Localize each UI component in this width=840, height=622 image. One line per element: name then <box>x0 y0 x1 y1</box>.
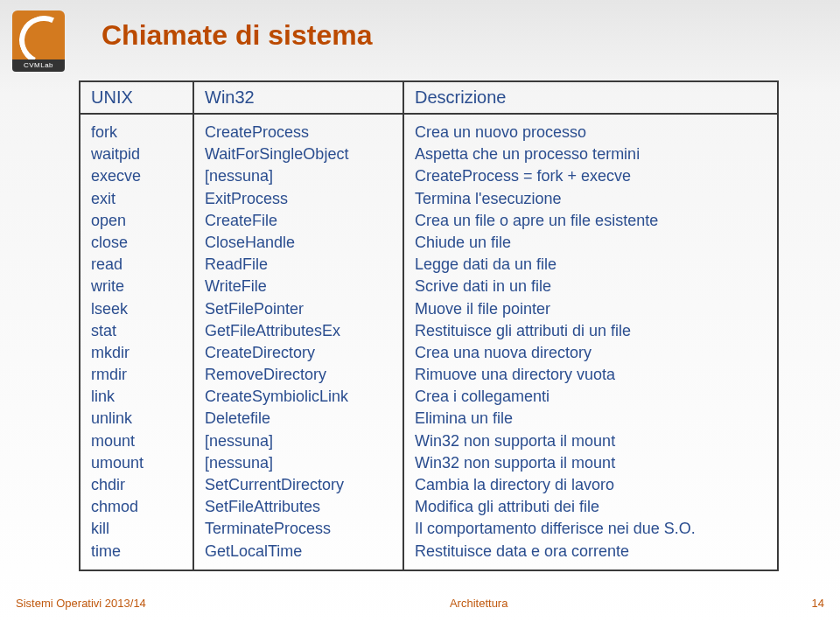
table-cell: chdir <box>91 474 182 496</box>
table-cell: exit <box>91 188 182 210</box>
col-unix: forkwaitpidexecveexitopenclosereadwritel… <box>80 115 194 570</box>
table-cell: SetFilePointer <box>205 298 392 320</box>
table-cell: RemoveDirectory <box>205 364 392 386</box>
table-cell: ReadFile <box>205 254 392 276</box>
table-cell: CreateSymbiolicLink <box>205 386 392 408</box>
table-cell: Crea i collegamenti <box>415 386 766 408</box>
table-cell: umount <box>91 452 182 474</box>
table-cell: CreateDirectory <box>205 342 392 364</box>
table-cell: Termina l'esecuzione <box>415 188 766 210</box>
table-cell: CreateProcess <box>205 122 392 143</box>
table-cell: lseek <box>91 298 182 320</box>
table-cell: Il comportamento differisce nei due S.O. <box>415 518 766 540</box>
table-cell: SetCurrentDirectory <box>205 474 392 496</box>
table-cell: CloseHandle <box>205 232 392 254</box>
header-desc: Descrizione <box>404 82 777 113</box>
table-cell: CreateProcess = fork + execve <box>415 165 766 187</box>
table-cell: GetFileAttributesEx <box>205 320 392 342</box>
table-cell: WriteFile <box>205 276 392 297</box>
table-cell: Scrive dati in un file <box>415 276 766 297</box>
logo-mark <box>12 10 65 59</box>
table-cell: Elimina un file <box>415 408 766 430</box>
table-cell: Crea una nuova directory <box>415 342 766 364</box>
table-cell: Deletefile <box>205 408 392 430</box>
table-cell: Aspetta che un processo termini <box>415 143 766 165</box>
table-cell: TerminateProcess <box>205 518 392 540</box>
table-cell: Win32 non supporta il mount <box>415 452 766 474</box>
table-cell: Modifica gli attributi dei file <box>415 496 766 518</box>
table-cell: mount <box>91 430 182 452</box>
footer-left: Sistemi Operativi 2013/14 <box>16 597 146 610</box>
table-header-row: UNIX Win32 Descrizione <box>80 82 777 115</box>
syscall-table: UNIX Win32 Descrizione forkwaitpidexecve… <box>79 80 779 571</box>
table-cell: [nessuna] <box>205 165 392 187</box>
table-cell: GetLocalTime <box>205 541 392 563</box>
table-cell: Crea un nuovo processo <box>415 122 766 143</box>
table-cell: Muove il file pointer <box>415 298 766 320</box>
footer-page-number: 14 <box>812 597 824 610</box>
table-cell: open <box>91 210 182 232</box>
table-cell: mkdir <box>91 342 182 364</box>
table-cell: chmod <box>91 496 182 518</box>
table-cell: CreateFile <box>205 210 392 232</box>
table-cell: Cambia la directory di lavoro <box>415 474 766 496</box>
table-cell: [nessuna] <box>205 430 392 452</box>
table-cell: Restituisce gli attributi di un file <box>415 320 766 342</box>
table-cell: kill <box>91 518 182 540</box>
table-cell: Legge dati da un file <box>415 254 766 276</box>
table-cell: Win32 non supporta il mount <box>415 430 766 452</box>
slide-title: Chiamate di sistema <box>102 19 372 52</box>
header-win32: Win32 <box>194 82 404 113</box>
table-cell: SetFileAttributes <box>205 496 392 518</box>
table-cell: read <box>91 254 182 276</box>
table-cell: unlink <box>91 408 182 430</box>
table-cell: write <box>91 276 182 297</box>
table-cell: [nessuna] <box>205 452 392 474</box>
table-cell: WaitForSingleObject <box>205 143 392 165</box>
table-cell: Crea un file o apre un file esistente <box>415 210 766 232</box>
table-cell: link <box>91 386 182 408</box>
table-cell: execve <box>91 165 182 187</box>
col-win32: CreateProcessWaitForSingleObject[nessuna… <box>194 115 404 570</box>
col-desc: Crea un nuovo processoAspetta che un pro… <box>404 115 777 570</box>
table-cell: ExitProcess <box>205 188 392 210</box>
table-body-row: forkwaitpidexecveexitopenclosereadwritel… <box>80 115 777 570</box>
table-cell: Chiude un file <box>415 232 766 254</box>
footer-mid: Architettura <box>450 597 508 610</box>
table-cell: Restituisce data e ora corrente <box>415 541 766 563</box>
lab-logo: CVMLab <box>12 10 68 72</box>
header-unix: UNIX <box>80 82 194 113</box>
table-cell: time <box>91 541 182 563</box>
slide-footer: Sistemi Operativi 2013/14 Architettura 1… <box>16 597 824 610</box>
table-cell: Rimuove una directory vuota <box>415 364 766 386</box>
table-cell: close <box>91 232 182 254</box>
logo-text: CVMLab <box>12 59 65 72</box>
table-cell: stat <box>91 320 182 342</box>
table-cell: fork <box>91 122 182 143</box>
table-cell: waitpid <box>91 143 182 165</box>
table-cell: rmdir <box>91 364 182 386</box>
